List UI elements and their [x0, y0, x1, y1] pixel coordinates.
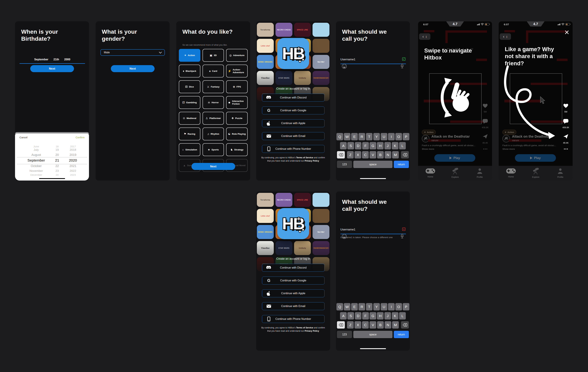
genre-gambling[interactable]: ⚂Gambling — [179, 96, 200, 109]
picker-row[interactable]: December242023 — [15, 173, 89, 176]
more-options-icon[interactable] — [480, 149, 491, 149]
genre-tag-badge[interactable]: ✶Action — [422, 130, 436, 135]
genre-fantasy[interactable]: ⚔Fantasy — [202, 80, 224, 93]
genre-rhythm[interactable]: ♫Rhythm — [202, 128, 224, 140]
key-u[interactable]: U — [381, 133, 387, 140]
close-icon[interactable]: × — [564, 28, 569, 36]
share-icon[interactable] — [480, 134, 491, 139]
genre-sports[interactable]: ★Sports — [202, 143, 224, 156]
key-w[interactable]: W — [344, 303, 350, 310]
genre-medieval[interactable]: ♔Medieval — [179, 112, 200, 125]
genre-action-adventure[interactable]: ⚡Action-Adventure — [226, 65, 248, 77]
key-s[interactable]: S — [347, 312, 354, 319]
nav-item-home[interactable]: Home — [501, 168, 521, 178]
genre-adventure[interactable]: ◎Adventure — [226, 49, 248, 62]
continue-discord-button[interactable]: Continue with Discord — [262, 94, 325, 101]
key-l[interactable]: L — [399, 142, 406, 149]
username-input[interactable]: Username1 — [340, 228, 355, 231]
picker-row[interactable]: October222021 — [15, 164, 89, 168]
key-v[interactable]: V — [369, 321, 376, 328]
continue-google-button[interactable]: GContinue with Google — [262, 107, 325, 114]
key-q[interactable]: Q — [336, 303, 343, 310]
genre-blackjack[interactable]: ♦Blackjack — [179, 65, 200, 77]
continue-apple-button[interactable]: Continue with Apple — [262, 119, 325, 127]
key-f[interactable]: F — [362, 312, 369, 319]
genre-3d[interactable]: ▣3D — [202, 49, 224, 62]
key-b[interactable]: B — [377, 321, 384, 328]
space-key[interactable]: space — [353, 161, 392, 168]
share-icon[interactable] — [560, 134, 571, 139]
backspace-key-highlighted[interactable] — [337, 151, 345, 158]
key-h[interactable]: H — [377, 312, 384, 319]
picker-row[interactable]: July192018 — [15, 148, 89, 152]
birthdate-day[interactable]: 21th — [53, 58, 59, 61]
key-x[interactable]: X — [355, 321, 361, 328]
heart-like-icon[interactable] — [560, 103, 571, 108]
key-y[interactable]: Y — [373, 303, 380, 310]
nav-item-explore[interactable]: Explore — [525, 168, 546, 178]
key-k[interactable]: K — [392, 312, 399, 319]
genre-horror[interactable]: ☠Horror — [202, 96, 224, 109]
dictation-mic-icon[interactable] — [400, 63, 404, 69]
show-more-link[interactable]: Show more — [422, 148, 434, 150]
key-m[interactable]: M — [392, 151, 399, 158]
genre-puzzle[interactable]: ❖Puzzle — [226, 112, 248, 125]
terms-of-service-link[interactable]: Terms of Service — [296, 327, 313, 329]
key-d[interactable]: D — [355, 142, 362, 149]
genre-strategy[interactable]: ♞Strategy — [226, 143, 248, 156]
key-i[interactable]: I — [388, 303, 395, 310]
numbers-key[interactable]: 123 — [337, 331, 352, 338]
key-v[interactable]: V — [369, 151, 376, 158]
key-n[interactable]: N — [385, 151, 391, 158]
cancel-button[interactable]: Cancel — [20, 136, 28, 139]
genre-role-playing[interactable]: ☯Role Playing — [226, 128, 248, 140]
confirm-button[interactable]: Confirm — [75, 136, 84, 139]
nav-item-profile[interactable]: Profile — [470, 168, 490, 178]
key-n[interactable]: N — [385, 321, 391, 328]
backspace-key[interactable] — [401, 151, 409, 158]
privacy-policy-link[interactable]: Privacy Policy — [305, 330, 319, 332]
key-p[interactable]: P — [403, 303, 409, 310]
key-e[interactable]: E — [351, 133, 358, 140]
terms-of-service-link[interactable]: Terms of Service — [296, 156, 313, 159]
continue-email-button[interactable]: Continue with Email — [262, 302, 325, 310]
key-c[interactable]: C — [362, 321, 369, 328]
play-button[interactable]: Play — [434, 154, 475, 162]
genre-simulation[interactable]: ♁Simulation — [179, 143, 200, 156]
key-r[interactable]: R — [358, 303, 365, 310]
comment-icon[interactable] — [480, 119, 491, 124]
key-o[interactable]: O — [395, 133, 402, 140]
gender-select[interactable]: Male — [100, 49, 165, 56]
next-button[interactable]: Next — [191, 163, 235, 170]
emoji-keyboard-icon[interactable] — [342, 64, 347, 70]
genre-dice[interactable]: ⚄Dice — [179, 80, 200, 93]
return-key[interactable]: return — [394, 331, 409, 338]
key-c[interactable]: C — [362, 151, 369, 158]
key-k[interactable]: K — [392, 142, 399, 149]
genre-action[interactable]: ✶Action — [179, 49, 200, 62]
continue-email-button[interactable]: Continue with Email — [262, 132, 325, 140]
key-m[interactable]: M — [392, 321, 399, 328]
nav-item-profile[interactable]: Profile — [550, 168, 571, 178]
backspace-key[interactable] — [401, 321, 409, 328]
key-w[interactable]: W — [344, 133, 350, 140]
emoji-keyboard-icon[interactable] — [342, 234, 347, 240]
key-f[interactable]: F — [362, 142, 369, 149]
genre-platformer[interactable]: ♙Platformer — [202, 112, 224, 125]
next-button[interactable]: Next — [30, 65, 74, 72]
key-y[interactable]: Y — [373, 133, 380, 140]
key-i[interactable]: I — [388, 133, 395, 140]
backspace-key-highlighted[interactable] — [337, 321, 345, 328]
key-x[interactable]: X — [355, 151, 361, 158]
key-j[interactable]: J — [384, 142, 391, 149]
space-key[interactable]: space — [353, 331, 392, 338]
show-more-link[interactable]: Show more — [503, 148, 515, 150]
key-j[interactable]: J — [384, 312, 391, 319]
dictation-mic-icon[interactable] — [400, 233, 404, 239]
back-swipe-pill[interactable]: ‹↕ — [500, 33, 511, 40]
picker-row[interactable]: November232022 — [15, 169, 89, 173]
continue-apple-button[interactable]: Continue with Apple — [262, 289, 325, 297]
key-r[interactable]: R — [358, 133, 365, 140]
key-h[interactable]: H — [377, 142, 384, 149]
key-g[interactable]: G — [369, 142, 376, 149]
